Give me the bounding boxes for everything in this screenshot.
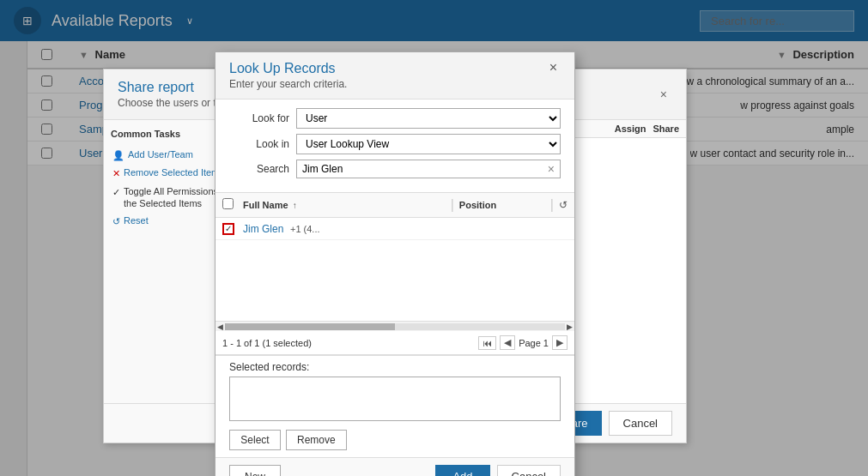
select-button[interactable]: Select: [229, 430, 281, 450]
result-row: Jim Glen +1 (4...: [215, 218, 574, 240]
lookup-action-row: Select Remove: [215, 430, 574, 450]
look-in-label: Look in: [229, 138, 289, 150]
look-for-label: Look for: [229, 112, 289, 124]
result-check-cell: [222, 223, 240, 235]
lookup-close-button[interactable]: ×: [546, 61, 561, 75]
lookup-header: Look Up Records Enter your search criter…: [215, 52, 574, 99]
result-checkbox[interactable]: [222, 223, 234, 235]
check-icon: ✓: [112, 186, 120, 198]
scroll-track: [225, 323, 565, 330]
scroll-thumb: [225, 323, 395, 330]
task-reset-label: Reset: [124, 214, 149, 226]
page-first-button[interactable]: ⏮: [478, 336, 496, 350]
new-button[interactable]: New: [229, 465, 281, 476]
selected-records-box: [229, 377, 561, 421]
look-in-row: Look in User Lookup View: [229, 134, 561, 154]
page-prev-button[interactable]: ◀: [500, 335, 515, 350]
lookup-footer-actions: Add Cancel: [435, 465, 561, 476]
share-col-assign: Assign: [615, 124, 646, 134]
look-for-select[interactable]: User: [296, 108, 561, 129]
selected-records-label: Selected records:: [215, 356, 574, 377]
share-panel-close-button[interactable]: ×: [655, 86, 672, 103]
look-for-row: Look for User: [229, 108, 561, 129]
col-separator-2: |: [550, 197, 554, 213]
task-add-user-label: Add User/Team: [128, 148, 193, 160]
lookup-subtitle: Enter your search criteria.: [229, 78, 347, 90]
result-phone: +1 (4...: [290, 224, 320, 234]
pagination-controls: ⏮ ◀ Page 1 ▶: [478, 335, 568, 350]
lookup-title: Look Up Records: [229, 61, 347, 76]
remove-icon: ✕: [112, 167, 120, 179]
sort-icon: ↑: [293, 201, 297, 210]
results-body: Jim Glen +1 (4...: [215, 218, 574, 321]
share-panel-subtitle: Choose the users or te...: [118, 97, 230, 109]
task-remove-label: Remove Selected Items: [124, 166, 224, 178]
result-name-cell: Jim Glen +1 (4...: [243, 222, 568, 235]
lookup-form: Look for User Look in User Lookup View S…: [215, 99, 574, 192]
results-select-all[interactable]: [222, 198, 234, 209]
share-cancel-button[interactable]: Cancel: [609, 411, 672, 436]
lookup-results: Full Name ↑ | Position | ↺ Jim Glen +1 (…: [215, 192, 574, 356]
lookup-cancel-button[interactable]: Cancel: [497, 465, 561, 476]
look-in-select[interactable]: User Lookup View: [296, 134, 561, 154]
col-fullname-header: Full Name ↑: [243, 200, 446, 210]
search-row: Search ×: [229, 160, 561, 178]
user-icon: 👤: [112, 149, 124, 161]
results-check-header: [222, 198, 240, 212]
pagination-info: 1 - 1 of 1 (1 selected): [222, 338, 312, 348]
search-input[interactable]: [297, 160, 543, 178]
add-button[interactable]: Add: [435, 465, 489, 476]
search-input-wrap: ×: [296, 160, 561, 178]
share-col-share: Share: [653, 124, 679, 134]
page-label: Page 1: [519, 338, 549, 348]
col-separator-1: |: [451, 197, 454, 213]
share-panel-header-text: Share report Choose the users or te...: [118, 80, 230, 109]
search-clear-button[interactable]: ×: [543, 162, 560, 176]
remove-button[interactable]: Remove: [286, 430, 347, 450]
lookup-header-text: Look Up Records Enter your search criter…: [229, 61, 347, 90]
results-header: Full Name ↑ | Position | ↺: [215, 193, 574, 218]
lookup-dialog: Look Up Records Enter your search criter…: [215, 51, 575, 476]
pagination-row: 1 - 1 of 1 (1 selected) ⏮ ◀ Page 1 ▶: [215, 331, 574, 355]
scroll-left-button[interactable]: ◀: [217, 322, 223, 331]
lookup-footer: New Add Cancel: [215, 457, 574, 476]
scroll-right-button[interactable]: ▶: [567, 322, 573, 331]
horizontal-scrollbar[interactable]: ◀ ▶: [215, 321, 574, 331]
col-position-header: Position: [459, 200, 545, 210]
search-label: Search: [229, 163, 289, 175]
page-next-button[interactable]: ▶: [552, 335, 568, 350]
refresh-button[interactable]: ↺: [559, 199, 568, 211]
reset-icon: ↺: [112, 215, 120, 227]
share-panel-title: Share report: [118, 80, 230, 95]
result-name-link[interactable]: Jim Glen: [243, 223, 283, 235]
